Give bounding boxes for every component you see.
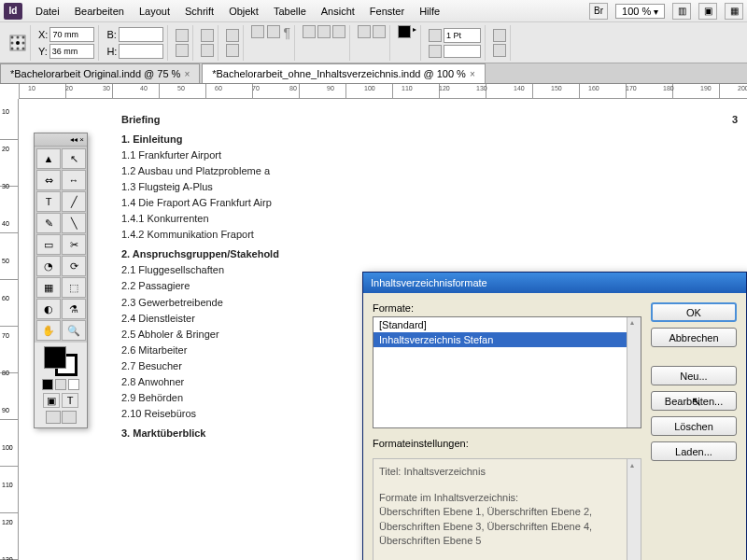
select-container-icon[interactable] — [251, 25, 264, 38]
new-button[interactable]: Neu... — [651, 366, 737, 385]
scale-x-icon[interactable] — [176, 29, 189, 42]
toolbox-header[interactable]: ◂◂ × — [35, 133, 87, 147]
format-text-icon[interactable]: T — [62, 393, 78, 408]
toc-text: 2.8 Anwohner — [121, 374, 184, 390]
menu-layout[interactable]: Layout — [132, 3, 177, 20]
menu-hilfe[interactable]: Hilfe — [412, 3, 447, 20]
type-tool[interactable]: T — [36, 191, 61, 212]
svg-point-8 — [17, 47, 20, 49]
tab-original[interactable]: *Bachelorarbeit Original.indd @ 75 %× — [0, 63, 200, 83]
apply-gradient-icon[interactable] — [55, 379, 66, 390]
fill-swatch-icon[interactable] — [398, 25, 411, 38]
fill-swatch[interactable] — [44, 346, 66, 369]
scale-y-icon[interactable] — [176, 44, 189, 57]
line-tool[interactable]: ╱ — [62, 191, 86, 212]
menu-bearbeiten[interactable]: Bearbeiten — [67, 3, 132, 20]
delete-button[interactable]: Löschen — [651, 416, 737, 436]
menu-objekt[interactable]: Objekt — [221, 3, 266, 20]
fit-frame-icon[interactable] — [303, 25, 316, 38]
toc-text: 3. Marktüberblick — [121, 426, 205, 441]
toc-text: 1.4.1 Konkurrenten — [121, 211, 209, 227]
svg-point-5 — [16, 41, 20, 45]
toc-text: 2.2 Passagiere — [121, 278, 190, 294]
eyedropper-tool[interactable]: ◐ — [36, 299, 61, 319]
toc-text: 2.4 Dienstleister — [121, 311, 195, 327]
measure-tool[interactable]: ⚗ — [62, 299, 86, 319]
toc-text: 1.4 Die Fraport AG Frankfurt Airp — [121, 195, 272, 211]
w-input[interactable] — [119, 27, 163, 42]
note-tool[interactable]: ⬚ — [62, 277, 86, 298]
flip-v-icon[interactable] — [226, 44, 239, 57]
paragraph-icon[interactable]: ¶ — [283, 25, 290, 61]
pencil-tool[interactable]: ╲ — [62, 213, 86, 233]
reference-point-icon[interactable] — [9, 35, 26, 51]
gradient-swatch-tool[interactable]: ⟳ — [62, 256, 86, 276]
list-item-stefan[interactable]: Inhaltsverzeichnis Stefan — [374, 332, 641, 347]
tab-ohne-inhalt[interactable]: *Bachelorarbeit_ohne_Inhaltsverzeichnis.… — [202, 63, 486, 83]
hand-tool[interactable]: ✋ — [36, 320, 61, 341]
shear-icon[interactable] — [201, 44, 214, 57]
selection-tool[interactable]: ▲ — [36, 148, 61, 169]
corner-options-icon[interactable] — [373, 25, 386, 38]
rotate-icon[interactable] — [201, 29, 214, 42]
toc-entry: 1.2 Ausbau und Platzprobleme a — [121, 163, 738, 179]
formats-label: Formate: — [373, 302, 641, 314]
effects-icon[interactable] — [493, 29, 506, 42]
scrollbar[interactable] — [627, 459, 641, 560]
cancel-button[interactable]: Abbrechen — [651, 328, 737, 347]
dialog-titlebar[interactable]: Inhaltsverzeichnisformate — [363, 273, 746, 293]
format-container-icon[interactable]: ▣ — [43, 393, 60, 408]
flip-h-icon[interactable] — [226, 29, 239, 42]
stroke-weight-input[interactable] — [444, 28, 481, 43]
opacity-icon[interactable] — [493, 44, 506, 57]
x-input[interactable] — [49, 27, 94, 42]
formats-listbox[interactable]: [Standard] Inhaltsverzeichnis Stefan — [373, 316, 641, 428]
page-tool[interactable]: ⇔ — [36, 170, 61, 190]
ok-button[interactable]: OK — [651, 302, 737, 322]
screen-mode-icon[interactable]: ▣ — [698, 3, 717, 20]
gradient-feather-tool[interactable]: ▦ — [36, 277, 61, 298]
apply-none-icon[interactable] — [68, 379, 79, 390]
gap-tool[interactable]: ↔ — [62, 170, 86, 190]
toc-entry: 1.1 Frankfurter Airport — [121, 147, 738, 163]
edit-button[interactable]: Bearbeiten... — [651, 391, 737, 411]
svg-point-3 — [22, 35, 25, 38]
view-normal-icon[interactable] — [46, 411, 61, 424]
menu-tabelle[interactable]: Tabelle — [266, 3, 314, 20]
toc-page: 3 — [732, 112, 738, 128]
scrollbar[interactable] — [627, 317, 641, 427]
menu-datei[interactable]: Datei — [28, 3, 67, 20]
toolbox-panel[interactable]: ◂◂ × ▲↖⇔↔T╱✎╲▭✂◔⟳▦⬚◐⚗✋🔍 ▣T — [34, 133, 88, 428]
menu-ansicht[interactable]: Ansicht — [314, 3, 362, 20]
rectangle-frame-tool[interactable]: ▭ — [36, 234, 61, 255]
pen-tool[interactable]: ✎ — [36, 213, 61, 233]
menu-fenster[interactable]: Fenster — [362, 3, 412, 20]
stroke-style-icon[interactable] — [429, 45, 442, 58]
toc-text: 1.2 Ausbau und Platzprobleme a — [121, 163, 270, 179]
zoom-level[interactable]: 100 % ▾ — [615, 4, 665, 19]
view-mode-icon[interactable]: ▥ — [672, 3, 691, 20]
fit-content-icon[interactable] — [317, 25, 331, 38]
menu-schrift[interactable]: Schrift — [177, 3, 221, 20]
free-transform-tool[interactable]: ◔ — [36, 256, 61, 276]
fill-stroke-swatches[interactable] — [44, 346, 78, 376]
text-wrap-icon[interactable] — [358, 25, 371, 38]
close-icon[interactable]: × — [184, 69, 190, 79]
center-content-icon[interactable] — [332, 25, 345, 38]
h-input[interactable] — [119, 44, 163, 59]
direct-selection-tool[interactable]: ↖ — [62, 148, 86, 169]
bridge-icon[interactable]: Br — [589, 3, 608, 20]
view-preview-icon[interactable] — [62, 411, 77, 424]
scissors-tool[interactable]: ✂ — [62, 234, 86, 255]
settings-preview: Titel: Inhaltsverzeichnis Formate im Inh… — [373, 458, 641, 560]
apply-color-icon[interactable] — [42, 379, 53, 390]
list-item-standard[interactable]: [Standard] — [374, 317, 641, 332]
zoom-tool[interactable]: 🔍 — [62, 320, 86, 341]
close-icon[interactable]: × — [470, 69, 475, 79]
canvas[interactable]: Briefing31. Einleitung1.1 Frankfurter Ai… — [19, 99, 747, 560]
arrange-icon[interactable]: ▦ — [725, 3, 743, 20]
select-content-icon[interactable] — [267, 25, 280, 38]
toc-text: 2.3 Gewerbetreibende — [121, 295, 223, 311]
y-input[interactable] — [49, 44, 94, 59]
load-button[interactable]: Laden... — [651, 441, 737, 461]
